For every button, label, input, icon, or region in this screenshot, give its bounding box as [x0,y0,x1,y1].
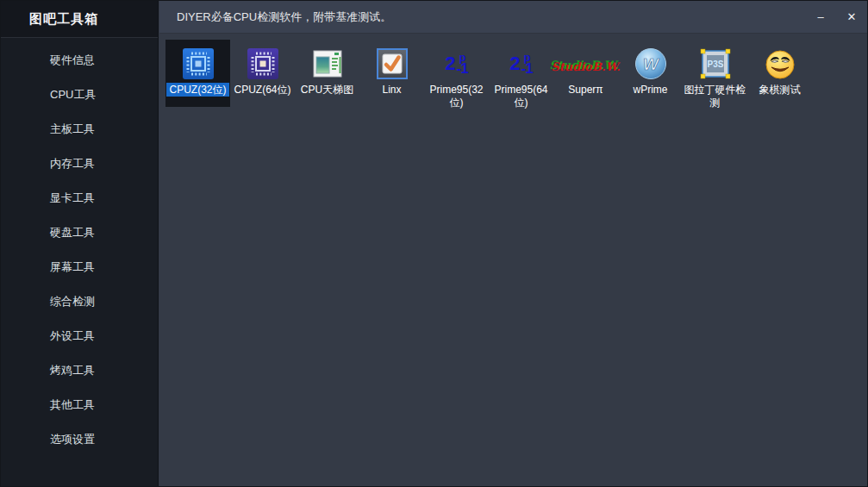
mersenne-formula-icon: 2p-1 [440,47,474,81]
studio-bw-text-icon: Studio B.W. [569,47,603,81]
sidebar-item-label: CPU工具 [50,87,96,103]
category-description: DIYER必备CPU检测软件，附带基准测试。 [159,9,805,25]
sidebar-item-screen-tools[interactable]: 屏幕工具 [1,250,158,284]
svg-text:W: W [643,55,660,73]
tool-label: Superπ [554,84,618,97]
mersenne-formula-icon: 2p-1 [504,47,539,81]
window-chart-icon [310,47,345,81]
sidebar-item-label: 内存工具 [50,156,95,172]
tool-cpuz-64[interactable]: CPUZ(64位) [230,40,295,107]
tool-label: Linx [360,84,424,97]
sidebar-item-memory-tools[interactable]: 内存工具 [1,147,158,181]
close-button[interactable]: ✕ [836,1,867,33]
p3s-screenshot-icon: P3S [698,47,733,81]
sidebar: 图吧工具箱 硬件信息 CPU工具 主板工具 内存工具 显卡工具 硬盘工具 屏幕工… [1,1,159,487]
sidebar-item-label: 烤鸡工具 [50,363,95,378]
sidebar-item-label: 硬件信息 [50,53,95,68]
sidebar-item-stress-tools[interactable]: 烤鸡工具 [1,353,158,388]
svg-text:P3S: P3S [707,59,723,69]
sidebar-item-hardware-info[interactable]: 硬件信息 [1,43,158,78]
window-controls: – ✕ [805,1,867,33]
tool-label: Prime95(64位) [490,84,553,109]
sidebar-item-label: 外设工具 [50,328,95,344]
minimize-button[interactable]: – [805,1,836,33]
tool-prime95-32[interactable]: 2p-1 Prime95(32位) [424,40,489,109]
sidebar-item-label: 硬盘工具 [50,225,95,240]
sidebar-item-label: 屏幕工具 [50,259,95,275]
cpu-chip-purple-icon [246,47,280,81]
tool-tuladin-hardware-test[interactable]: P3S 图拉丁硬件检测 [683,40,747,109]
tool-label: CPUZ(64位) [231,84,295,97]
app-window: 图吧工具箱 硬件信息 CPU工具 主板工具 内存工具 显卡工具 硬盘工具 屏幕工… [0,0,868,487]
blue-globe-w-icon: W [634,47,668,81]
sly-smiley-icon [763,47,797,81]
sidebar-item-cpu-tools[interactable]: CPU工具 [1,78,158,112]
sidebar-item-label: 综合检测 [50,294,95,309]
sidebar-item-other-tools[interactable]: 其他工具 [1,388,158,422]
tool-superpi[interactable]: Studio B.W. Superπ [553,40,618,107]
sidebar-item-label: 其他工具 [50,397,95,413]
tool-chess-test[interactable]: 象棋测试 [747,40,812,107]
sidebar-item-peripheral-tools[interactable]: 外设工具 [1,319,158,353]
sidebar-item-disk-tools[interactable]: 硬盘工具 [1,215,158,250]
sidebar-menu: 硬件信息 CPU工具 主板工具 内存工具 显卡工具 硬盘工具 屏幕工具 综合检测… [1,38,158,457]
tool-label: wPrime [619,84,683,97]
sidebar-header: 图吧工具箱 [1,1,158,38]
cpu-chip-blue-icon [181,47,215,81]
sidebar-item-label: 选项设置 [50,432,95,447]
tool-cpu-ladder-chart[interactable]: CPU天梯图 [295,40,359,107]
tool-label: 图拉丁硬件检测 [684,84,747,109]
tool-prime95-64[interactable]: 2p-1 Prime95(64位) [489,40,553,109]
tool-label: CPUZ(32位) [166,84,230,97]
tool-label: CPU天梯图 [296,84,359,97]
sidebar-item-label: 显卡工具 [50,190,95,206]
sidebar-item-gpu-tools[interactable]: 显卡工具 [1,181,158,215]
sidebar-item-label: 主板工具 [50,122,95,137]
tool-wprime[interactable]: W wPrime [618,40,683,107]
app-title: 图吧工具箱 [29,11,98,28]
tool-label: Prime95(32位) [425,84,489,109]
sidebar-item-settings[interactable]: 选项设置 [1,422,158,457]
main-content: CPUZ(32位) [159,34,867,486]
tool-label: 象棋测试 [748,84,812,97]
tool-grid: CPUZ(32位) [165,40,867,109]
checkbox-check-icon [375,47,409,81]
sidebar-item-comprehensive-test[interactable]: 综合检测 [1,284,158,319]
tool-linx[interactable]: Linx [359,40,424,107]
sidebar-item-motherboard-tools[interactable]: 主板工具 [1,112,158,147]
tool-cpuz-32[interactable]: CPUZ(32位) [165,40,230,107]
topbar: DIYER必备CPU检测软件，附带基准测试。 – ✕ [159,1,867,34]
